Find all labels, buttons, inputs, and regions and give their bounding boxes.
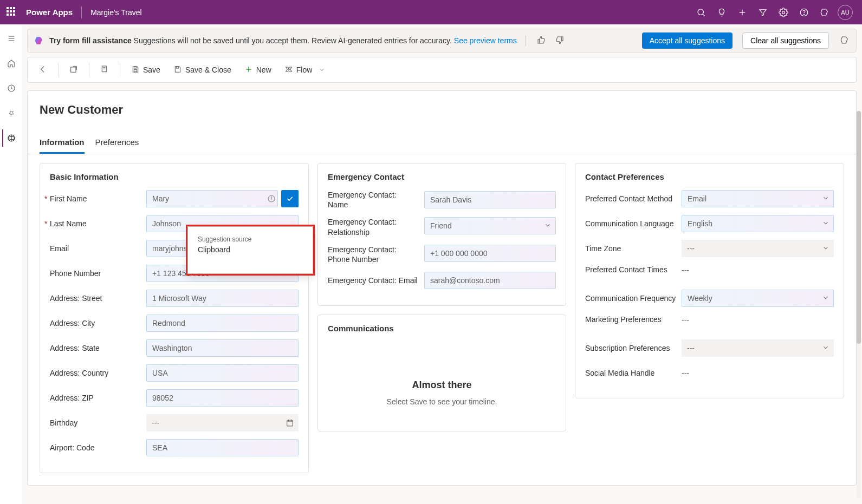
label-social: Social Media Handle <box>585 368 682 378</box>
section-title: Communications <box>328 324 556 333</box>
input-city[interactable] <box>146 315 299 332</box>
label-ec-name: Emergency Contact: Name <box>328 190 424 210</box>
info-icon[interactable] <box>267 194 276 205</box>
help-icon[interactable] <box>794 0 814 24</box>
svg-rect-20 <box>176 66 178 68</box>
filter-icon[interactable] <box>753 0 773 24</box>
tab-list: Information Preferences <box>28 138 856 154</box>
new-button[interactable]: New <box>239 62 277 78</box>
scrollbar[interactable] <box>857 111 861 499</box>
input-ec-name[interactable] <box>424 191 556 208</box>
label-street: Address: Street <box>50 293 146 303</box>
label-sub: Subscription Preferences <box>585 343 682 353</box>
label-airport: Airport: Code <box>50 443 146 453</box>
label-ec-rel: Emergency Contact: Relationship <box>328 217 424 237</box>
flow-button[interactable]: Flow <box>279 62 331 78</box>
svg-point-6 <box>803 14 804 15</box>
input-ec-email[interactable] <box>424 272 556 289</box>
form-assist-button[interactable] <box>95 62 114 78</box>
timeline-placeholder: Almost there Select Save to see your tim… <box>328 342 556 422</box>
form-card: New Customer Information Preferences Bas… <box>27 90 857 486</box>
scrollbar-thumb[interactable] <box>857 111 861 344</box>
input-birthday[interactable] <box>146 414 299 431</box>
label-ec-phone: Emergency Contact: Phone Number <box>328 245 424 264</box>
input-first-name[interactable] <box>146 190 278 207</box>
input-sub[interactable] <box>682 339 834 357</box>
input-country[interactable] <box>146 364 299 382</box>
accept-all-button[interactable]: Accept all suggestions <box>642 32 733 49</box>
app-name: Power Apps <box>26 8 73 17</box>
label-country: Address: Country <box>50 368 146 378</box>
value-social: --- <box>682 368 834 378</box>
input-ec-rel[interactable] <box>424 217 556 234</box>
section-title: Emergency Contact <box>328 172 556 181</box>
svg-rect-19 <box>134 69 137 71</box>
value-times: --- <box>682 265 834 276</box>
svg-point-4 <box>782 11 785 14</box>
content-scroll[interactable]: New Customer Information Preferences Bas… <box>22 83 862 504</box>
add-icon[interactable] <box>732 0 753 24</box>
page-title: New Customer <box>28 103 856 117</box>
divider <box>81 6 82 18</box>
thumbs-down-icon[interactable] <box>553 36 566 46</box>
svg-point-0 <box>698 9 704 15</box>
copilot-header-icon[interactable] <box>814 0 835 24</box>
thumbs-up-icon[interactable] <box>535 36 548 46</box>
input-state[interactable] <box>146 339 299 357</box>
label-ec-email: Emergency Contact: Email <box>328 276 424 285</box>
section-contact-prefs: Contact Preferences Preferred Contact Me… <box>575 163 844 398</box>
save-close-button[interactable]: Save & Close <box>168 62 237 78</box>
banner-text: Try form fill assistance Suggestions wil… <box>49 36 517 45</box>
tooltip-value: Clipboard <box>198 245 303 254</box>
section-title: Basic Information <box>50 172 299 181</box>
copilot-side-icon[interactable] <box>840 35 850 47</box>
open-new-window-button[interactable] <box>64 62 83 78</box>
nav-pin-icon[interactable] <box>2 104 20 122</box>
svg-line-1 <box>703 14 704 16</box>
clear-all-button[interactable]: Clear all suggestions <box>742 32 829 49</box>
suggestion-banner: Try form fill assistance Suggestions wil… <box>27 29 857 53</box>
input-tz[interactable] <box>682 240 834 257</box>
section-basic-info: Basic Information First Name Last Name <box>40 163 309 473</box>
app-launcher-icon[interactable] <box>7 7 17 18</box>
label-zip: Address: ZIP <box>50 393 146 403</box>
suggestion-source-tooltip: Suggestion source Clipboard <box>187 226 313 274</box>
input-zip[interactable] <box>146 389 299 407</box>
input-airport[interactable] <box>146 439 299 456</box>
label-first-name: First Name <box>50 194 146 204</box>
label-freq: Communication Frequency <box>585 293 682 303</box>
label-tz: Time Zone <box>585 244 682 253</box>
settings-icon[interactable] <box>773 0 794 24</box>
calendar-icon[interactable] <box>286 418 294 429</box>
command-bar: Save Save & Close New Flow <box>27 57 857 83</box>
input-street[interactable] <box>146 290 299 307</box>
search-icon[interactable] <box>691 0 711 24</box>
nav-recent-icon[interactable] <box>2 80 20 97</box>
user-avatar[interactable]: AU <box>835 0 855 24</box>
nav-entity-icon[interactable] <box>2 129 20 147</box>
svg-rect-26 <box>287 420 293 426</box>
input-lang[interactable] <box>682 215 834 232</box>
value-mkt: --- <box>682 315 834 325</box>
label-lang: Communication Language <box>585 219 682 228</box>
section-emergency: Emergency Contact Emergency Contact: Nam… <box>317 163 566 306</box>
save-button[interactable]: Save <box>126 62 166 78</box>
label-last-name: Last Name <box>50 219 146 228</box>
accept-suggestion-button[interactable] <box>281 190 299 207</box>
left-nav <box>0 24 22 504</box>
nav-menu-icon[interactable] <box>2 30 20 47</box>
label-times: Preferred Contact Times <box>585 265 682 274</box>
lightbulb-icon[interactable] <box>711 0 732 24</box>
tab-preferences[interactable]: Preferences <box>95 138 139 154</box>
preview-terms-link[interactable]: See preview terms <box>454 36 517 45</box>
svg-point-25 <box>271 197 271 197</box>
input-method[interactable] <box>682 190 834 207</box>
nav-home-icon[interactable] <box>2 55 20 72</box>
input-freq[interactable] <box>682 290 834 307</box>
svg-rect-14 <box>71 67 76 72</box>
label-birthday: Birthday <box>50 418 146 428</box>
tab-information[interactable]: Information <box>40 138 85 154</box>
global-header: Power Apps Margie's Travel AU <box>0 0 862 24</box>
back-button[interactable] <box>33 62 53 78</box>
input-ec-phone[interactable] <box>424 245 556 262</box>
